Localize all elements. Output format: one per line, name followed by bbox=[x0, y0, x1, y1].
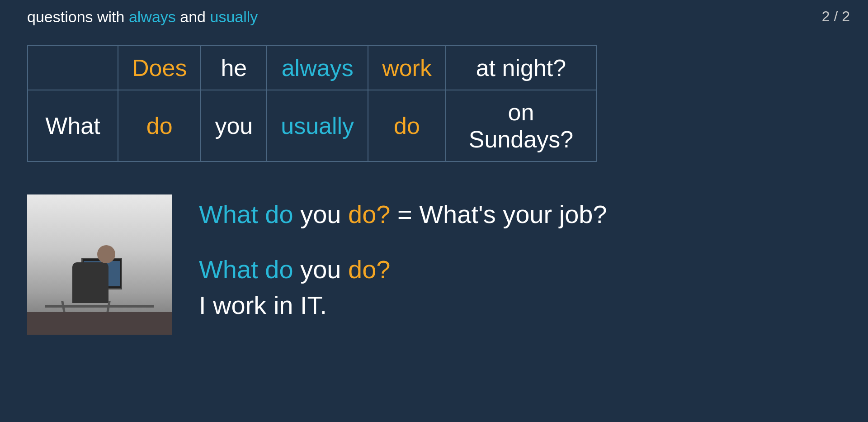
floor bbox=[27, 312, 172, 335]
example-line-2: What do you do? I work in IT. bbox=[199, 252, 607, 323]
grammar-table: Does he always work at night? What do yo… bbox=[27, 45, 597, 162]
cell-do2: do bbox=[368, 90, 446, 161]
cell-empty bbox=[28, 46, 118, 90]
page-counter: 2 / 2 bbox=[822, 8, 850, 25]
bottom-section: What do you do? = What's your job? What … bbox=[27, 194, 607, 335]
header-title: questions with always and usually bbox=[27, 8, 258, 26]
i-work-span: I work in IT. bbox=[199, 291, 327, 319]
cell-work: work bbox=[368, 46, 446, 90]
text-content: What do you do? = What's your job? What … bbox=[199, 194, 607, 323]
do-span-1: do? bbox=[348, 200, 390, 228]
table-row: What do you usually do on Sundays? bbox=[28, 90, 596, 161]
chair-back bbox=[72, 262, 108, 303]
grammar-table-section: Does he always work at night? What do yo… bbox=[27, 45, 597, 162]
cell-he: he bbox=[201, 46, 267, 90]
cell-usually: usually bbox=[267, 90, 368, 161]
header-prefix: questions with bbox=[27, 8, 129, 25]
example-line-1: What do you do? = What's your job? bbox=[199, 199, 607, 229]
cell-you: you bbox=[201, 90, 267, 161]
equals-span: = What's your job? bbox=[397, 200, 607, 228]
table-row: Does he always work at night? bbox=[28, 46, 596, 90]
person-image-inner bbox=[27, 194, 172, 335]
cell-what: What bbox=[28, 90, 118, 161]
cell-do: do bbox=[118, 90, 201, 161]
what-do-span-2: What do bbox=[199, 255, 293, 284]
what-do-span: What do bbox=[199, 200, 293, 228]
cell-on-sundays: on Sundays? bbox=[446, 90, 596, 161]
person-head bbox=[97, 245, 115, 263]
cell-does: Does bbox=[118, 46, 201, 90]
you-span-1: you bbox=[300, 200, 348, 228]
header-usually: usually bbox=[210, 8, 258, 25]
you-span-2: you bbox=[300, 255, 348, 284]
cell-at-night: at night? bbox=[446, 46, 596, 90]
do-span-2: do? bbox=[348, 255, 390, 284]
header-always: always bbox=[129, 8, 176, 25]
header-middle: and bbox=[176, 8, 210, 25]
cell-always: always bbox=[267, 46, 368, 90]
person-image bbox=[27, 194, 172, 335]
